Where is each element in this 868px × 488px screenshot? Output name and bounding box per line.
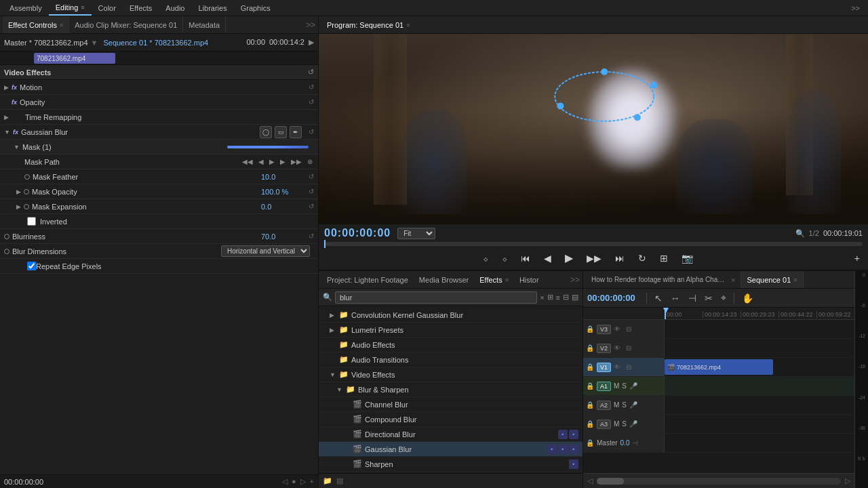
effect-row-mask-opacity[interactable]: ▶ Mask Opacity 100.0 % ↺ (0, 184, 318, 199)
scrub-bar[interactable] (324, 242, 863, 246)
prev-frame-button[interactable]: ◀ (541, 251, 554, 265)
new-folder-btn[interactable]: 📁 (323, 476, 332, 485)
track-v3-lock[interactable]: 🔒 (586, 325, 594, 333)
tree-item-audio-effects[interactable]: ▶ 📁 Audio Effects (319, 338, 583, 352)
mask-feather-tool[interactable]: ⊕ (306, 158, 314, 165)
ve-reset-button[interactable]: ↺ (308, 68, 314, 77)
nav-assembly[interactable]: Assembly (3, 0, 49, 16)
tab-howto-video[interactable]: How to Render footage with an Alpha Chan… (586, 271, 741, 288)
track-v2-label[interactable]: V2 (597, 344, 611, 353)
ec-add-button[interactable]: + (310, 477, 314, 486)
master-track-value[interactable]: 0.0 (620, 439, 630, 447)
effect-row-mask-feather[interactable]: Mask Feather 10.0 ↺ (0, 169, 318, 184)
track-master-lock[interactable]: 🔒 (586, 439, 594, 447)
search-input[interactable] (335, 291, 537, 304)
mask-next-keyframe[interactable]: ▶▶ (290, 158, 303, 165)
track-a2-solo[interactable]: S (622, 401, 627, 409)
track-a1-label[interactable]: A1 (597, 382, 611, 391)
tree-item-blur-sharpen[interactable]: ▼ 📁 Blur & Sharpen (319, 382, 583, 397)
tree-item-gaussian-blur[interactable]: ▶ 🎬 Gaussian Blur ▪ ▪ ▪ (319, 442, 583, 457)
effect-row-blur-dimensions[interactable]: Blur Dimensions Horizontal and Vertical … (0, 244, 318, 259)
fit-select[interactable]: Fit 25% 50% 75% 100% (397, 228, 435, 239)
track-v1-eye[interactable]: 👁 (614, 363, 620, 371)
go-to-in-button[interactable]: ⏮ (518, 251, 533, 265)
nav-editing[interactable]: Editing ≡ (49, 0, 92, 16)
track-a1-mic[interactable]: 🎤 (629, 382, 637, 390)
track-v3-eye[interactable]: 👁 (614, 325, 620, 333)
effect-row-time-remapping[interactable]: ▶ Time Remapping (0, 110, 318, 125)
tl-zoom-in[interactable]: ▷ (845, 476, 850, 485)
mask-feather-reset[interactable]: ↺ (309, 173, 314, 180)
mark-out-button[interactable]: ⬦ (499, 251, 510, 265)
track-v1-settings[interactable]: ⊟ (623, 362, 634, 373)
track-v3-settings[interactable]: ⊟ (623, 324, 634, 335)
track-a1-solo[interactable]: S (622, 382, 627, 390)
search-filter-1[interactable]: ⊞ (547, 293, 553, 302)
tl-tool-hand[interactable]: ✋ (740, 291, 755, 305)
mask-opacity-reset[interactable]: ↺ (309, 188, 314, 195)
nav-effects[interactable]: Effects (123, 0, 159, 16)
master-track-end[interactable]: ⊣ (632, 439, 638, 447)
tab-metadata[interactable]: Metadata (183, 16, 226, 33)
track-v2-body[interactable] (665, 339, 854, 357)
tree-item-directional-blur[interactable]: ▶ 🎬 Directional Blur ▪ ▪ (319, 427, 583, 442)
mask-next-frame[interactable]: ▶ (279, 158, 287, 165)
tab-sequence-01[interactable]: Sequence 01 ≡ (741, 271, 803, 288)
gaussian-blur-reset[interactable]: ↺ (309, 128, 314, 136)
mask-feather-value[interactable]: 10.0 (261, 173, 302, 181)
track-v2-eye[interactable]: 👁 (614, 344, 620, 352)
safe-margins-button[interactable]: ⊞ (657, 251, 671, 265)
mask-expansion-reset[interactable]: ↺ (309, 203, 314, 210)
tl-tool-slip[interactable]: ⌖ (719, 291, 728, 305)
blurriness-reset[interactable]: ↺ (309, 232, 314, 240)
export-frame-button[interactable]: 📷 (679, 251, 696, 265)
tl-tool-ripple[interactable]: ⊣ (686, 291, 698, 305)
track-v1-body[interactable]: 🎬 708213662.mp4 (665, 358, 854, 376)
loop-button[interactable]: ↻ (635, 251, 649, 265)
blurriness-value[interactable]: 70.0 (261, 232, 302, 241)
track-a2-mute[interactable]: M (614, 401, 619, 409)
play-button[interactable]: ▶ (562, 250, 576, 266)
nav-more-button[interactable]: >> (846, 4, 865, 12)
tree-item-channel-blur[interactable]: ▶ 🎬 Channel Blur (319, 397, 583, 412)
inverted-checkbox[interactable] (27, 217, 36, 226)
track-a3-body[interactable] (665, 415, 854, 433)
track-a2-mic[interactable]: 🎤 (629, 401, 637, 409)
mask-prev-frame[interactable]: ◀ (257, 158, 265, 165)
tree-item-sharpen[interactable]: ▶ 🎬 Sharpen ▪ (319, 457, 583, 472)
tab-effects[interactable]: Effects ≡ (474, 271, 514, 288)
effect-row-mask-expansion[interactable]: ▶ Mask Expansion 0.0 ↺ (0, 199, 318, 214)
mark-in-button[interactable]: ⬦ (480, 251, 491, 265)
mask-prev-keyframe[interactable]: ◀◀ (241, 158, 254, 165)
tab-audio-clip-mixer[interactable]: Audio Clip Mixer: Sequence 01 (69, 16, 183, 33)
track-a1-mute[interactable]: M (614, 382, 619, 390)
ellipse-mask-btn[interactable]: ◯ (260, 126, 272, 138)
search-filter-4[interactable]: ▤ (572, 293, 578, 302)
program-timecode[interactable]: 00:00:00:00 (324, 227, 391, 239)
tl-tool-track-select[interactable]: ↔ (669, 291, 682, 305)
track-a3-solo[interactable]: S (622, 420, 627, 428)
tab-media-browser[interactable]: Media Browser (414, 271, 474, 288)
nav-color[interactable]: Color (92, 0, 123, 16)
repeat-edge-checkbox[interactable] (27, 262, 36, 270)
tab-program-monitor[interactable]: Program: Sequence 01 ≡ (321, 16, 415, 33)
track-a3-mute[interactable]: M (614, 420, 619, 428)
mask-add-keyframe[interactable]: ▶ (268, 158, 276, 165)
ec-timecode-start[interactable]: 00:00 (246, 38, 265, 47)
search-clear-button[interactable]: × (540, 293, 544, 302)
add-marker-button[interactable]: + (852, 251, 863, 265)
motion-reset[interactable]: ↺ (309, 83, 314, 91)
track-a1-body[interactable] (665, 377, 854, 395)
ec-bottom-timecode[interactable]: 00:00:00:00 (4, 478, 43, 486)
mask-expansion-value[interactable]: 0.0 (261, 203, 302, 211)
tab-project[interactable]: Project: Lighten Footage (321, 271, 414, 288)
opacity-reset[interactable]: ↺ (309, 98, 314, 106)
track-v2-lock[interactable]: 🔒 (586, 344, 594, 352)
search-filter-3[interactable]: ⊟ (563, 293, 569, 302)
ec-play-button[interactable]: ▶ (309, 38, 314, 47)
effect-row-motion[interactable]: ▶ fx Motion ↺ (0, 80, 318, 95)
project-tabs-more[interactable]: >> (570, 275, 580, 285)
tab-history[interactable]: Histor (514, 271, 545, 288)
quality-select[interactable]: 1/2 (809, 229, 819, 237)
track-v3-body[interactable] (665, 320, 854, 338)
